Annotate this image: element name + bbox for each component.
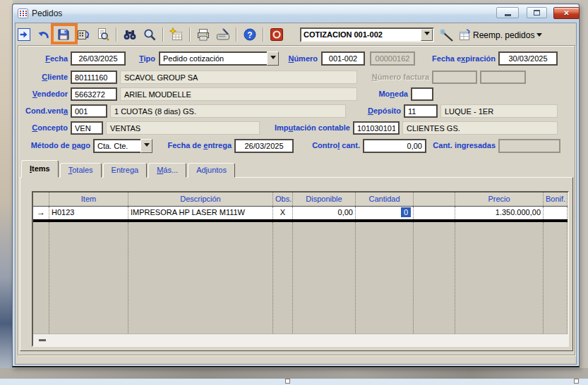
find-icon — [122, 28, 138, 42]
fecha-expiracion-input[interactable] — [498, 51, 558, 66]
vendedor-label: Vendedor — [20, 90, 68, 98]
doc-type-combobox[interactable]: COTIZACION 001-002 — [300, 28, 434, 42]
concepto-code-input[interactable] — [71, 121, 103, 135]
cell-bonif[interactable] — [544, 207, 568, 219]
moneda-label: Moneda — [360, 90, 408, 98]
cell-item[interactable]: H0123 — [49, 207, 128, 219]
grid-empty-area — [33, 222, 568, 334]
selection-handle-bottom-right — [574, 379, 579, 384]
svg-text:?: ? — [247, 30, 252, 40]
imputacion-contable-label: Imputación contable — [267, 123, 350, 132]
grid-horizontal-scrollbar[interactable] — [33, 334, 568, 346]
metodo-pago-combobox[interactable]: Cta. Cte. — [93, 139, 152, 153]
grid-header: Item Descripción Obs. Disponible Cantida… — [33, 192, 568, 207]
row-selector-cell[interactable]: → — [33, 207, 49, 219]
maximize-button[interactable] — [527, 7, 547, 18]
grid-header-blank[interactable] — [414, 192, 455, 206]
close-button[interactable]: ✕ — [553, 7, 580, 19]
fecha-entrega-input[interactable] — [234, 139, 294, 153]
deposito-code-input[interactable] — [404, 104, 438, 118]
cant-ingresadas-field — [498, 139, 560, 153]
imputacion-code-input[interactable] — [353, 121, 400, 135]
tab-items[interactable]: Items — [21, 160, 59, 178]
grid-header-selector — [33, 192, 49, 206]
concepto-label: Concepto — [20, 123, 68, 132]
cell-precio[interactable]: 1.350.000,00 — [455, 207, 544, 219]
cell-cantidad[interactable]: 0 — [356, 207, 414, 219]
toolbar-separator — [189, 28, 191, 42]
reemp-pedidos-button[interactable]: Reemp. pedidos — [458, 28, 542, 42]
toolbar-separator — [116, 28, 117, 42]
cell-descripcion[interactable]: IMPRESORA HP LASER M111W — [128, 207, 273, 219]
exit-button[interactable] — [268, 26, 285, 43]
post-icon — [76, 28, 90, 42]
tipo-dropdown-button[interactable] — [267, 51, 279, 66]
desktop-wallpaper-bottom — [0, 368, 588, 379]
annotation-highlight — [51, 23, 78, 44]
enter-button[interactable] — [16, 26, 32, 43]
tab-entrega[interactable]: Entrega — [103, 163, 148, 178]
help-button[interactable]: ? — [241, 26, 258, 43]
numero-input[interactable] — [321, 51, 365, 66]
selection-handle-bottom-center — [285, 379, 290, 384]
grid-header-item[interactable]: Item — [49, 192, 128, 206]
chevron-down-icon — [424, 32, 430, 38]
chevron-down-icon — [144, 143, 150, 149]
scan-button[interactable] — [215, 26, 232, 43]
grid-header-precio[interactable]: Precio — [455, 192, 544, 206]
grid-header-obs[interactable]: Obs. — [273, 192, 293, 206]
fecha-entrega-label: Fecha de entrega — [157, 141, 232, 149]
deposito-label: Depósito — [353, 106, 401, 115]
new-record-button[interactable] — [168, 26, 185, 43]
cant-ingresadas-label: Cant. ingresadas — [429, 141, 496, 149]
print-preview-icon — [96, 28, 110, 42]
grid-header-bonif[interactable]: Bonif. — [544, 192, 568, 206]
fecha-label: Fecha — [20, 54, 68, 63]
replace-orders-icon — [458, 29, 471, 42]
new-record-icon — [169, 28, 184, 42]
print-icon — [196, 28, 210, 42]
print-button[interactable] — [195, 26, 212, 43]
find-button[interactable] — [121, 26, 138, 43]
items-grid: Item Descripción Obs. Disponible Cantida… — [32, 191, 569, 347]
grid-header-descripcion[interactable]: Descripción — [128, 192, 273, 206]
numero-interno-field — [370, 51, 415, 66]
desktop-wallpaper-bottom-strip — [0, 379, 588, 385]
cliente-code-input[interactable] — [71, 71, 117, 84]
table-row[interactable]: → H0123 IMPRESORA HP LASER M111W X 0,00 … — [33, 207, 568, 219]
cond-venta-code-input[interactable] — [71, 104, 107, 118]
doc-type-dropdown-button[interactable] — [421, 29, 433, 41]
wizard-button[interactable] — [438, 28, 455, 42]
zoom-button[interactable] — [141, 26, 158, 43]
metodo-pago-dropdown-button[interactable] — [140, 139, 152, 153]
undo-button[interactable] — [35, 26, 52, 43]
grid-header-disponible[interactable]: Disponible — [293, 192, 356, 206]
scrollbar-thumb[interactable] — [39, 339, 46, 341]
undo-icon — [37, 28, 51, 42]
cantidad-selected-value[interactable]: 0 — [401, 207, 411, 217]
desktop-wallpaper-right — [580, 0, 588, 385]
toolbar-separator — [263, 28, 264, 42]
control-cant-input[interactable] — [363, 139, 426, 153]
cell-disponible[interactable]: 0,00 — [293, 207, 356, 219]
cell-blank[interactable] — [414, 207, 455, 219]
grid-header-cantidad[interactable]: Cantidad — [356, 192, 414, 206]
tab-totales[interactable]: Totales — [60, 163, 102, 178]
control-cant-label: Control cant. — [299, 141, 360, 149]
imputacion-name-field: CLIENTES GS. — [402, 121, 558, 135]
chevron-down-icon — [270, 56, 276, 62]
tab-mas[interactable]: Más... — [148, 163, 186, 178]
minimize-button[interactable] — [496, 7, 519, 18]
titlebar[interactable] — [13, 5, 578, 23]
print-preview-button[interactable] — [95, 26, 112, 43]
moneda-input[interactable] — [411, 87, 433, 101]
tab-adjuntos[interactable]: Adjuntos — [188, 163, 235, 178]
vendedor-code-input[interactable] — [71, 87, 117, 101]
tipo-combobox[interactable]: Pedido cotización — [159, 51, 279, 66]
minimize-icon — [505, 14, 511, 16]
wizard-icon — [439, 28, 455, 42]
doc-type-value: COTIZACION 001-002 — [301, 29, 421, 41]
concepto-name-field: VENTAS — [106, 121, 260, 135]
cell-obs[interactable]: X — [273, 207, 293, 219]
tipo-label: Tipo — [113, 54, 155, 63]
